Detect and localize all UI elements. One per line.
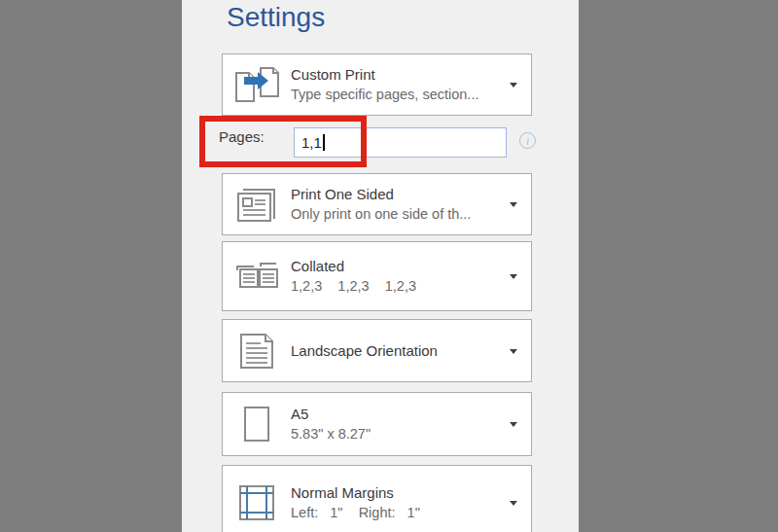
chevron-down-icon (510, 501, 517, 506)
a5-paper-icon (223, 402, 291, 446)
print-one-sided-icon (223, 183, 291, 226)
dropdown-title: A5 (291, 404, 531, 424)
paper-size-dropdown[interactable]: A5 5.83" x 8.27" (222, 392, 532, 456)
dropdown-subtitle: 1,2,3 1,2,3 1,2,3 (291, 276, 531, 297)
chevron-down-icon (510, 274, 517, 279)
chevron-down-icon (510, 349, 517, 354)
print-one-sided-dropdown[interactable]: Print One Sided Only print on one side o… (222, 173, 532, 235)
dropdown-title: Custom Print (291, 64, 531, 85)
margins-dropdown[interactable]: Normal Margins Left: 1" Right: 1" (222, 465, 532, 532)
dropdown-subtitle: Left: 1" Right: 1" (291, 503, 531, 523)
dropdown-subtitle: 5.83" x 8.27" (291, 424, 531, 444)
pages-label: Pages: (219, 128, 265, 145)
settings-heading: Settings (227, 2, 325, 33)
dropdown-title: Print One Sided (291, 184, 531, 204)
normal-margins-icon (223, 480, 291, 525)
chevron-down-icon (510, 83, 517, 88)
collated-icon (223, 257, 291, 296)
custom-print-icon (223, 62, 291, 107)
dropdown-title: Collated (291, 256, 531, 276)
dropdown-subtitle: Type specific pages, section... (291, 85, 531, 105)
dropdown-subtitle: Only print on one side of th... (291, 204, 531, 225)
landscape-orientation-icon (223, 330, 291, 372)
pages-row: Pages: 1,1 i (182, 116, 579, 170)
text-caret (323, 134, 325, 151)
dropdown-title: Landscape Orientation (291, 340, 531, 361)
info-icon[interactable]: i (519, 132, 536, 149)
chevron-down-icon (510, 422, 517, 427)
pages-input[interactable]: 1,1 (294, 127, 507, 158)
print-settings-panel: Settings Custom Print Type specific page… (182, 0, 579, 532)
custom-print-dropdown[interactable]: Custom Print Type specific pages, sectio… (222, 53, 532, 116)
collated-dropdown[interactable]: Collated 1,2,3 1,2,3 1,2,3 (222, 241, 532, 311)
landscape-orientation-dropdown[interactable]: Landscape Orientation (222, 319, 532, 382)
chevron-down-icon (510, 202, 517, 207)
dropdown-title: Normal Margins (291, 482, 531, 503)
pages-input-value: 1,1 (301, 134, 322, 151)
